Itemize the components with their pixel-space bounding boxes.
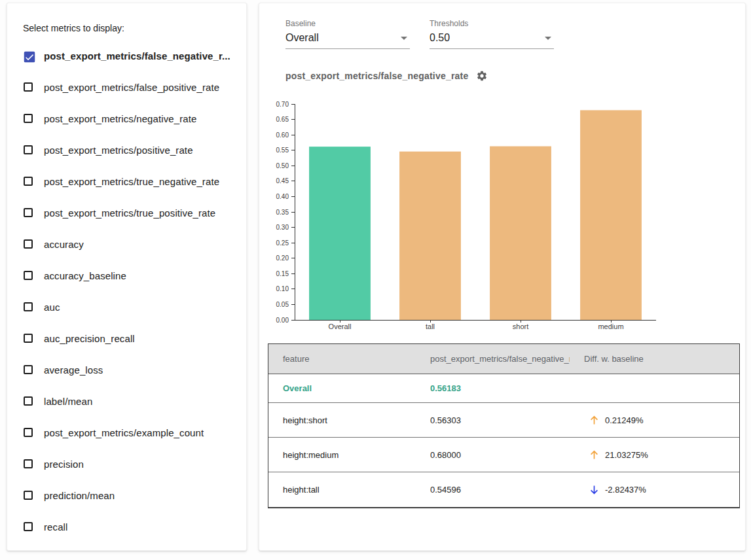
checkbox-unchecked-icon[interactable] — [24, 208, 33, 217]
metric-select-panel: Select metrics to display: post_export_m… — [7, 3, 247, 551]
bar-chart: 0.000.050.100.150.200.250.300.350.400.45… — [268, 84, 661, 337]
metric-value-cell: 0.68000 — [416, 450, 570, 460]
dropdown-arrow-icon[interactable] — [545, 37, 551, 40]
checkbox-unchecked-icon[interactable] — [24, 82, 33, 92]
checkbox-unchecked-icon[interactable] — [24, 177, 33, 186]
table-row: height:tall0.54596-2.82437% — [268, 472, 739, 507]
metric-checkbox-item[interactable]: post_export_metrics/true_negative_rate — [7, 166, 246, 197]
metric-checkbox-item[interactable]: post_export_metrics/true_positive_rate — [7, 197, 246, 228]
checkbox-unchecked-icon[interactable] — [24, 522, 33, 531]
y-axis-tick-label: 0.10 — [276, 285, 289, 292]
diff-value: 21.03275% — [605, 450, 648, 460]
metric-checkbox-item[interactable]: post_export_metrics/negative_rate — [7, 103, 246, 134]
feature-cell: Overall — [268, 383, 416, 393]
y-axis-tick-label: 0.20 — [276, 254, 289, 262]
metric-checkbox-item[interactable]: prediction/mean — [7, 480, 246, 511]
diff-cell: 21.03275% — [570, 449, 739, 461]
bar-chart-container: 0.000.050.100.150.200.250.300.350.400.45… — [268, 84, 745, 340]
bar-medium[interactable] — [580, 110, 642, 320]
table-row: Overall0.56183 — [268, 374, 739, 403]
checkbox-unchecked-icon[interactable] — [24, 428, 33, 437]
checkbox-unchecked-icon[interactable] — [24, 365, 33, 374]
controls-row: Baseline Overall Thresholds 0.50 — [259, 3, 745, 49]
settings-gear-icon[interactable] — [476, 70, 488, 82]
metric-checkbox-item[interactable]: accuracy_baseline — [7, 260, 246, 291]
y-axis-tick-label: 0.50 — [276, 162, 289, 169]
metric-checkbox-item[interactable]: post_export_metrics/example_count — [7, 417, 246, 448]
y-axis-tick-label: 0.65 — [276, 116, 289, 123]
metric-checkbox-item[interactable]: auc_precision_recall — [7, 323, 246, 354]
thresholds-dropdown-value: 0.50 — [430, 32, 450, 44]
checkbox-unchecked-icon[interactable] — [24, 334, 33, 343]
y-axis-tick-label: 0.35 — [276, 209, 289, 216]
metric-checkbox-item[interactable]: post_export_metrics/positive_rate — [7, 134, 246, 166]
bar-Overall[interactable] — [309, 147, 371, 320]
bar-tall[interactable] — [399, 152, 461, 320]
chart-header: post_export_metrics/false_negative_rate — [285, 70, 745, 82]
metric-checkbox-item[interactable]: precision — [7, 448, 246, 480]
metric-checkbox-item[interactable]: accuracy — [7, 228, 246, 260]
metric-label: post_export_metrics/example_count — [44, 427, 204, 438]
y-axis-tick-label: 0.60 — [276, 131, 289, 139]
diff-cell: -2.82437% — [570, 483, 739, 496]
metric-label: auc — [44, 302, 60, 313]
metric-label: post_export_metrics/true_negative_rate — [44, 176, 219, 187]
checkbox-unchecked-icon[interactable] — [24, 114, 33, 123]
metric-label: precision — [44, 459, 84, 470]
arrow-down-icon — [588, 483, 600, 496]
baseline-dropdown[interactable]: Baseline Overall — [285, 19, 410, 49]
arrow-up-icon — [588, 449, 600, 461]
metric-list: post_export_metrics/false_negative_r...p… — [7, 40, 246, 542]
metric-checkbox-item[interactable]: post_export_metrics/false_negative_r... — [7, 40, 246, 71]
metric-checkbox-item[interactable]: recall — [7, 511, 246, 542]
table-header-diff: Diff. w. baseline — [570, 354, 739, 364]
thresholds-dropdown[interactable]: Thresholds 0.50 — [430, 19, 554, 49]
baseline-dropdown-value: Overall — [285, 32, 319, 44]
metric-label: recall — [44, 521, 67, 533]
feature-cell: height:medium — [268, 450, 416, 460]
metric-checkbox-item[interactable]: average_loss — [7, 354, 246, 385]
x-axis-category-label: short — [513, 323, 528, 330]
feature-cell: height:tall — [268, 485, 416, 495]
y-axis-tick-label: 0.70 — [276, 101, 289, 108]
dropdown-arrow-icon[interactable] — [401, 37, 407, 40]
metric-label: label/mean — [44, 396, 92, 407]
metric-value-cell: 0.56303 — [416, 415, 570, 425]
metric-label: accuracy_baseline — [44, 270, 126, 281]
metric-checkbox-item[interactable]: label/mean — [7, 385, 246, 417]
diff-cell: 0.21249% — [570, 414, 739, 427]
metric-label: post_export_metrics/positive_rate — [44, 145, 193, 156]
table-header-feature: feature — [268, 354, 416, 364]
checkbox-unchecked-icon[interactable] — [24, 271, 33, 280]
metric-value-cell: 0.56183 — [416, 383, 570, 393]
y-axis-tick-label: 0.15 — [276, 270, 289, 277]
y-axis-tick-label: 0.55 — [276, 147, 289, 154]
metric-checkbox-item[interactable]: post_export_metrics/false_positive_rate — [7, 71, 246, 103]
x-axis-category-label: tall — [426, 323, 435, 330]
checkbox-unchecked-icon[interactable] — [24, 302, 33, 311]
y-axis-tick-label: 0.05 — [276, 301, 289, 308]
diff-value: 0.21249% — [605, 415, 644, 425]
diff-value: -2.82437% — [605, 485, 646, 495]
y-axis-tick-label: 0.40 — [276, 193, 289, 200]
metric-table: feature post_export_metrics/false_negati… — [268, 343, 740, 508]
checkbox-unchecked-icon[interactable] — [24, 459, 33, 468]
checkbox-unchecked-icon[interactable] — [24, 396, 33, 406]
y-axis-tick-label: 0.45 — [276, 177, 289, 184]
baseline-dropdown-label: Baseline — [285, 19, 410, 28]
metric-checkbox-item[interactable]: auc — [7, 291, 246, 323]
checkbox-unchecked-icon[interactable] — [24, 239, 33, 249]
x-axis-category-label: medium — [598, 323, 623, 330]
table-row: height:medium0.6800021.03275% — [268, 438, 739, 472]
y-axis-tick-label: 0.25 — [276, 239, 289, 247]
metric-label: post_export_metrics/false_positive_rate — [44, 82, 219, 93]
checkbox-unchecked-icon[interactable] — [24, 145, 33, 154]
metric-label: post_export_metrics/negative_rate — [44, 113, 196, 124]
checkbox-checked-icon[interactable] — [24, 51, 33, 60]
x-axis-category-label: Overall — [329, 323, 352, 330]
checkbox-unchecked-icon[interactable] — [24, 491, 33, 500]
bar-short[interactable] — [490, 147, 551, 320]
metric-label: post_export_metrics/false_negative_r... — [44, 50, 230, 61]
y-axis-tick-label: 0.30 — [276, 224, 289, 231]
table-header-row: feature post_export_metrics/false_negati… — [268, 344, 739, 374]
